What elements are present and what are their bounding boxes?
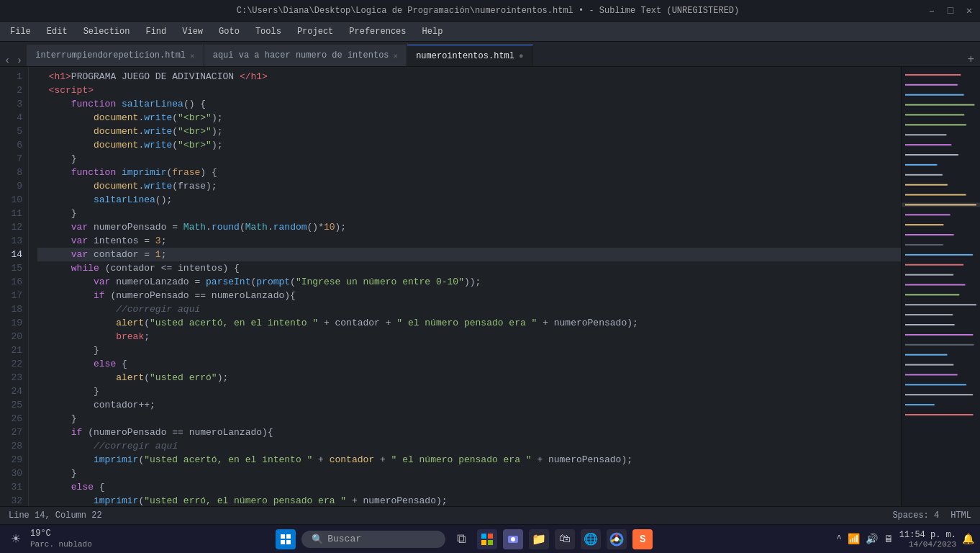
svg-point-9 <box>511 537 515 541</box>
menu-view[interactable]: View <box>175 24 210 40</box>
code-line-28: //corregir aquí <box>37 439 901 453</box>
code-line-3: function saltarLinea() { <box>37 97 901 111</box>
code-line-1: <h1>PROGRAMA JUEGO DE ADIVINACION </h1> <box>37 70 901 84</box>
status-language: HTML <box>950 511 971 521</box>
status-bar: Line 14, Column 22 Spaces: 4 HTML <box>0 506 980 524</box>
code-line-30: } <box>37 467 901 480</box>
taskbar-left: ☀ 19°C Parc. nublado <box>6 529 92 550</box>
clock-time: 11:54 p. m. <box>899 530 956 540</box>
taskbar: ☀ 19°C Parc. nublado 🔍 Buscar ⧉ 📁 🛍 🌐 <box>0 524 980 553</box>
clock-date: 14/04/2023 <box>899 540 956 549</box>
taskbar-center: 🔍 Buscar ⧉ 📁 🛍 🌐 S <box>96 529 832 549</box>
title-bar: C:\Users\Diana\Desktop\Logica de Program… <box>0 0 980 22</box>
tab-close-aquiva[interactable]: ✕ <box>394 51 399 60</box>
window-controls[interactable]: – □ ✕ <box>927 6 974 16</box>
minimap-canvas <box>902 67 980 495</box>
menu-project[interactable]: Project <box>290 24 340 40</box>
code-line-24: } <box>37 385 901 398</box>
code-line-17: if (numeroPensado == numeroLanzado){ <box>37 289 901 302</box>
svg-rect-0 <box>281 534 285 539</box>
menu-edit[interactable]: Edit <box>40 24 75 40</box>
code-line-23: alert("usted erró"); <box>37 371 901 385</box>
tab-close-numerointentos[interactable]: ● <box>519 52 524 60</box>
minimap <box>901 67 980 506</box>
status-spaces: Spaces: 4 <box>892 511 939 521</box>
tab-close-interrumpiendo[interactable]: ✕ <box>190 51 195 60</box>
code-line-25: contador++; <box>37 398 901 412</box>
code-line-19: alert("usted acertó, en el intento " + c… <box>37 316 901 330</box>
monitor-icon[interactable]: 🖥 <box>884 534 894 545</box>
code-line-13: var intentos = 3; <box>37 234 901 248</box>
code-content[interactable]: <h1>PROGRAMA JUEGO DE ADIVINACION </h1> … <box>29 67 901 506</box>
svg-rect-4 <box>481 534 486 539</box>
code-line-8: function imprimir(frase) { <box>37 166 901 179</box>
svg-rect-7 <box>488 540 493 545</box>
menu-file[interactable]: File <box>3 24 38 40</box>
menu-bar: File Edit Selection Find View Goto Tools… <box>0 22 980 42</box>
code-line-9: document.write(frase); <box>37 179 901 193</box>
taskbar-app-folder[interactable]: 📁 <box>529 529 549 549</box>
tab-aquiva[interactable]: aqui va a hacer numero de intentos ✕ <box>204 45 407 66</box>
maximize-button[interactable]: □ <box>945 6 956 16</box>
svg-point-11 <box>614 537 619 541</box>
code-line-32: imprimir("usted erró, el número pensado … <box>37 494 901 506</box>
menu-help[interactable]: Help <box>415 24 450 40</box>
taskbar-right: ^ 📶 🔊 🖥 11:54 p. m. 14/04/2023 🔔 <box>837 530 974 549</box>
line-numbers: 1 2 3 4 5 6 7 8 9 10 11 12 13 14 15 16 1… <box>0 67 29 506</box>
title-text: C:\Users\Diana\Desktop\Logica de Program… <box>49 6 927 16</box>
tab-controls[interactable]: + <box>961 53 980 66</box>
menu-find[interactable]: Find <box>138 24 173 40</box>
tab-interrumpiendo[interactable]: interrumpiendorepeticion.html ✕ <box>27 45 204 66</box>
code-line-12: var numeroPensado = Math.round(Math.rand… <box>37 220 901 234</box>
weather-info: 19°C Parc. nublado <box>30 529 92 550</box>
close-button[interactable]: ✕ <box>964 6 974 16</box>
clock-info[interactable]: 11:54 p. m. 14/04/2023 <box>899 530 956 549</box>
menu-preferences[interactable]: Preferences <box>342 24 413 40</box>
code-line-5: document.write("<br>"); <box>37 125 901 138</box>
taskbar-app-browser[interactable]: 🌐 <box>581 529 601 549</box>
taskbar-app-chrome[interactable] <box>607 529 627 549</box>
code-line-22: else { <box>37 357 901 371</box>
code-line-7: } <box>37 152 901 166</box>
new-tab-icon[interactable]: + <box>967 53 974 66</box>
code-line-31: else { <box>37 480 901 494</box>
menu-selection[interactable]: Selection <box>76 24 137 40</box>
code-line-20: break; <box>37 330 901 343</box>
svg-rect-3 <box>286 540 291 544</box>
tab-numerointentos[interactable]: numerointentos.html ● <box>407 45 532 66</box>
taskbar-app-chat[interactable] <box>503 529 523 549</box>
minimize-button[interactable]: – <box>927 6 937 16</box>
chevron-up-icon[interactable]: ^ <box>837 534 842 544</box>
status-line-col: Line 14, Column 22 <box>9 511 102 521</box>
wifi-icon[interactable]: 📶 <box>848 533 860 545</box>
code-line-15: while (contador <= intentos) { <box>37 261 901 275</box>
code-line-29: imprimir("usted acertó, en el intento " … <box>37 453 901 467</box>
search-bar[interactable]: 🔍 Buscar <box>301 531 445 548</box>
taskbar-app-1[interactable] <box>477 529 497 549</box>
editor: 1 2 3 4 5 6 7 8 9 10 11 12 13 14 15 16 1… <box>0 67 980 506</box>
menu-tools[interactable]: Tools <box>248 24 289 40</box>
code-line-6: document.write("<br>"); <box>37 138 901 152</box>
code-line-2: <script> <box>37 84 901 97</box>
taskbar-app-store[interactable]: 🛍 <box>555 529 575 549</box>
code-line-26: } <box>37 412 901 426</box>
code-line-21: } <box>37 343 901 357</box>
code-line-18: //corregir aquí <box>37 302 901 316</box>
taskview-icon[interactable]: ⧉ <box>451 529 471 549</box>
code-line-14: var contador = 1; <box>37 248 901 261</box>
svg-rect-2 <box>281 540 285 544</box>
code-line-16: var numeroLanzado = parseInt(prompt("Ing… <box>37 275 901 289</box>
weather-desc: Parc. nublado <box>30 539 92 549</box>
svg-rect-1 <box>286 534 291 539</box>
code-line-10: saltarLinea(); <box>37 193 901 207</box>
code-line-11: } <box>37 207 901 220</box>
taskbar-app-sublime[interactable]: S <box>632 529 653 549</box>
menu-goto[interactable]: Goto <box>212 24 247 40</box>
weather-icon: ☀ <box>6 529 26 549</box>
start-button[interactable] <box>276 529 296 549</box>
volume-icon[interactable]: 🔊 <box>866 533 878 545</box>
status-right: Spaces: 4 HTML <box>892 511 971 521</box>
svg-rect-5 <box>488 534 493 539</box>
notification-icon[interactable]: 🔔 <box>962 533 974 545</box>
svg-rect-6 <box>481 540 486 545</box>
